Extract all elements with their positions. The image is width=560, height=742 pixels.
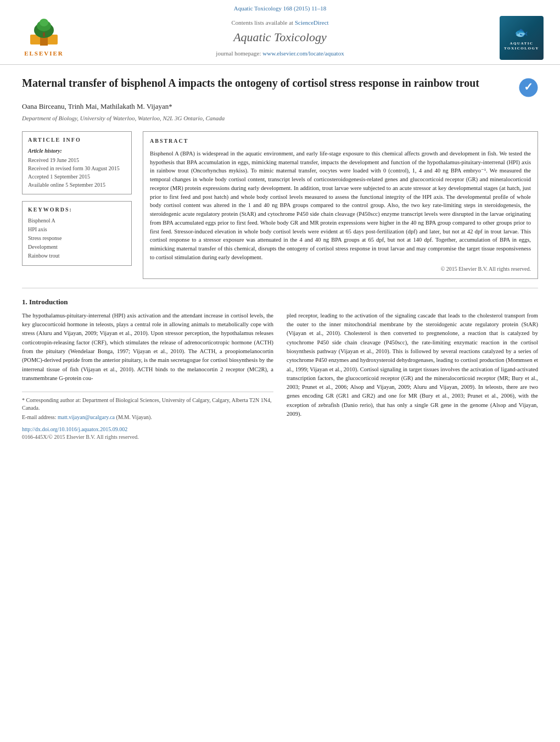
journal-title: Aquatic Toxicology: [82, 29, 478, 46]
corresponding-author: * Corresponding author at: Department of…: [22, 397, 273, 412]
section-divider: [22, 288, 538, 288]
article-history-label: Article history:: [28, 147, 126, 155]
authors: Oana Birceanu, Trinh Mai, Mathilakath M.…: [22, 102, 538, 111]
elsevier-logo-container: ELSEVIER: [16, 18, 71, 58]
homepage-link[interactable]: www.elsevier.com/locate/aquatox: [262, 50, 344, 57]
article-info-box: ARTICLE INFO Article history: Received 1…: [22, 131, 132, 194]
abstract-box: ABSTRACT Bisphenol A (BPA) is widespread…: [143, 131, 538, 279]
title-section: Maternal transfer of bisphenol A impacts…: [22, 76, 538, 97]
copyright-line: © 2015 Elsevier B.V. All rights reserved…: [150, 265, 531, 273]
available-date: Available online 5 September 2015: [28, 181, 126, 189]
right-column: ABSTRACT Bisphenol A (BPA) is widespread…: [143, 131, 538, 279]
abstract-text: Bisphenol A (BPA) is widespread in the a…: [150, 149, 531, 262]
keyword-3: Stress response: [28, 235, 126, 242]
homepage-line: journal homepage: www.elsevier.com/locat…: [82, 49, 478, 58]
keyword-2: HPI axis: [28, 226, 126, 233]
accepted-date: Accepted 1 September 2015: [28, 173, 126, 181]
badge-text: AQUATICTOXIcoLOGY: [504, 41, 539, 51]
email-name: (M.M. Vijayan).: [116, 414, 152, 420]
intro-left-text: The hypothalamus-pituitary-interrenal (H…: [22, 311, 273, 383]
elsevier-tree-icon: [25, 18, 63, 48]
sciencedirect-link[interactable]: ScienceDirect: [295, 19, 329, 26]
email-line: E-mail address: matt.vijayan@ucalgary.ca…: [22, 414, 273, 421]
affiliation: Department of Biology, University of Wat…: [22, 114, 538, 122]
footnote-section: * Corresponding author at: Department of…: [22, 392, 273, 421]
svg-text:✓: ✓: [524, 81, 533, 93]
aquatic-toxicology-badge: 🐟 AQUATICTOXIcoLOGY: [500, 16, 544, 60]
keyword-1: Bisphenol A: [28, 217, 126, 225]
keywords-box: Keywords: Bisphenol A HPI axis Stress re…: [22, 201, 132, 266]
badge-fish-icon: 🐟: [514, 25, 529, 40]
body-two-col: The hypothalamus-pituitary-interrenal (H…: [22, 311, 538, 441]
article-info-header: ARTICLE INFO: [28, 136, 126, 144]
revised-date: Received in revised form 30 August 2015: [28, 165, 126, 172]
email-label: E-mail address:: [22, 414, 56, 420]
header: Aquatic Toxicology 168 (2015) 11–18 ELSE…: [0, 0, 560, 65]
body-right-col: pled receptor, leading to the activation…: [287, 311, 538, 441]
elsevier-label: ELSEVIER: [24, 49, 64, 58]
intro-section-title: 1. Introduction: [22, 297, 538, 307]
journal-citation: Aquatic Toxicology 168 (2015) 11–18: [16, 4, 544, 13]
intro-right-text: pled receptor, leading to the activation…: [287, 311, 538, 419]
header-center: Contents lists available at ScienceDirec…: [71, 19, 489, 58]
aquatic-toxicology-badge-container: 🐟 AQUATICTOXIcoLOGY: [489, 16, 544, 60]
email-link[interactable]: matt.vijayan@ucalgary.ca: [58, 414, 115, 420]
svg-rect-5: [43, 32, 45, 37]
issn-line: 0166-445X/© 2015 Elsevier B.V. All right…: [22, 433, 273, 441]
crossmark-icon[interactable]: ✓: [519, 78, 538, 97]
page: Aquatic Toxicology 168 (2015) 11–18 ELSE…: [0, 0, 560, 452]
received-date: Received 19 June 2015: [28, 157, 126, 164]
keywords-header: Keywords:: [28, 206, 126, 214]
body-left-col: The hypothalamus-pituitary-interrenal (H…: [22, 311, 273, 441]
left-column: ARTICLE INFO Article history: Received 1…: [22, 131, 132, 279]
keyword-5: Rainbow trout: [28, 252, 126, 260]
contents-line: Contents lists available at ScienceDirec…: [82, 19, 478, 27]
svg-point-4: [40, 19, 48, 26]
doi-line[interactable]: http://dx.doi.org/10.1016/j.aquatox.2015…: [22, 426, 273, 433]
article-title: Maternal transfer of bisphenol A impacts…: [22, 76, 508, 91]
keyword-4: Development: [28, 243, 126, 251]
abstract-header: ABSTRACT: [150, 137, 531, 145]
main-content: Maternal transfer of bisphenol A impacts…: [0, 65, 560, 452]
info-abstract-layout: ARTICLE INFO Article history: Received 1…: [22, 131, 538, 279]
